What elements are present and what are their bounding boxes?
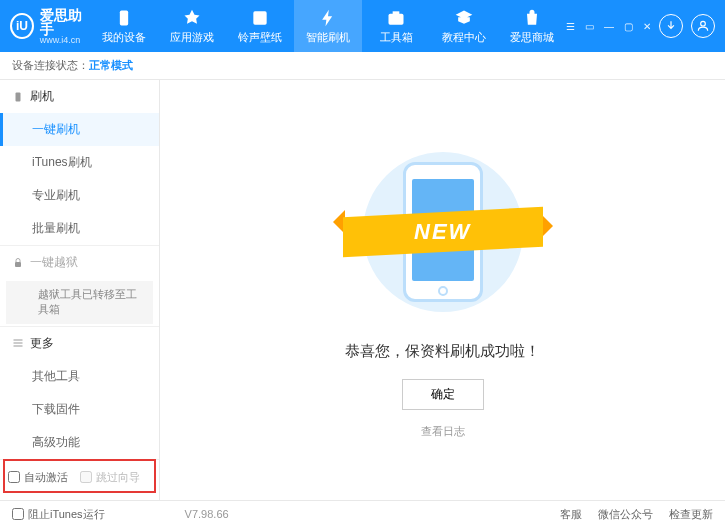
footer: 阻止iTunes运行 V7.98.66 客服 微信公众号 检查更新 — [0, 500, 725, 527]
nav-apps[interactable]: 应用游戏 — [158, 0, 226, 52]
nav-my-device[interactable]: 我的设备 — [90, 0, 158, 52]
footer-link-support[interactable]: 客服 — [560, 507, 582, 522]
logo-icon: iU — [10, 13, 34, 39]
sidebar-item-itunes[interactable]: iTunes刷机 — [0, 146, 159, 179]
phone-icon — [12, 91, 24, 103]
menu-icon[interactable]: ☰ — [566, 21, 575, 32]
menu-icon — [12, 337, 24, 349]
sidebar-section-flash[interactable]: 刷机 — [0, 80, 159, 113]
svg-rect-2 — [389, 13, 404, 24]
success-illustration: NEW — [353, 142, 533, 322]
jailbreak-note: 越狱工具已转移至工具箱 — [6, 281, 153, 324]
svg-rect-6 — [15, 262, 21, 267]
svg-rect-3 — [393, 11, 400, 14]
nav-flash[interactable]: 智能刷机 — [294, 0, 362, 52]
app-title: 爱思助手 — [40, 8, 90, 36]
footer-link-update[interactable]: 检查更新 — [669, 507, 713, 522]
view-log-link[interactable]: 查看日志 — [421, 424, 465, 439]
lock-icon[interactable]: ▭ — [585, 21, 594, 32]
status-bar: 设备连接状态： 正常模式 — [0, 52, 725, 80]
download-button[interactable] — [659, 14, 683, 38]
device-info: iPhone 15 Pro Max 512GB iPhone — [0, 495, 159, 500]
sidebar-item-firmware[interactable]: 下载固件 — [0, 393, 159, 426]
new-banner-text: NEW — [414, 219, 471, 245]
close-icon[interactable]: ✕ — [643, 21, 651, 32]
user-button[interactable] — [691, 14, 715, 38]
sidebar-item-pro[interactable]: 专业刷机 — [0, 179, 159, 212]
svg-rect-1 — [253, 11, 266, 24]
nav-tutorial[interactable]: 教程中心 — [430, 0, 498, 52]
checkbox-skip-guide[interactable]: 跳过向导 — [80, 470, 140, 485]
svg-rect-0 — [120, 10, 128, 25]
status-label: 设备连接状态： — [12, 58, 89, 73]
footer-link-wechat[interactable]: 微信公众号 — [598, 507, 653, 522]
success-message: 恭喜您，保资料刷机成功啦！ — [345, 342, 540, 361]
sidebar-item-onekey[interactable]: 一键刷机 — [0, 113, 159, 146]
app-logo: iU 爱思助手 www.i4.cn — [10, 8, 90, 45]
confirm-button[interactable]: 确定 — [402, 379, 484, 410]
nav-store[interactable]: 爱思商城 — [498, 0, 566, 52]
nav-toolbox[interactable]: 工具箱 — [362, 0, 430, 52]
status-value: 正常模式 — [89, 58, 133, 73]
main-content: NEW 恭喜您，保资料刷机成功啦！ 确定 查看日志 — [160, 80, 725, 500]
maximize-icon[interactable]: ▢ — [624, 21, 633, 32]
sidebar-item-advanced[interactable]: 高级功能 — [0, 426, 159, 459]
svg-rect-5 — [16, 92, 21, 101]
nav-tabs: 我的设备 应用游戏 铃声壁纸 智能刷机 工具箱 教程中心 爱思商城 — [90, 0, 566, 52]
app-url: www.i4.cn — [40, 36, 90, 45]
sidebar-item-tools[interactable]: 其他工具 — [0, 360, 159, 393]
lock-icon — [12, 257, 24, 269]
minimize-icon[interactable]: — — [604, 21, 614, 32]
sidebar-section-jailbreak[interactable]: 一键越狱 — [0, 246, 159, 279]
checkbox-block-itunes[interactable]: 阻止iTunes运行 — [12, 507, 105, 522]
checkbox-auto-activate[interactable]: 自动激活 — [8, 470, 68, 485]
nav-media[interactable]: 铃声壁纸 — [226, 0, 294, 52]
sidebar-section-more[interactable]: 更多 — [0, 327, 159, 360]
sidebar-item-batch[interactable]: 批量刷机 — [0, 212, 159, 245]
sidebar: 刷机 一键刷机 iTunes刷机 专业刷机 批量刷机 一键越狱 越狱工具已转移至… — [0, 80, 160, 500]
version-label: V7.98.66 — [185, 508, 229, 520]
svg-point-4 — [701, 21, 706, 26]
